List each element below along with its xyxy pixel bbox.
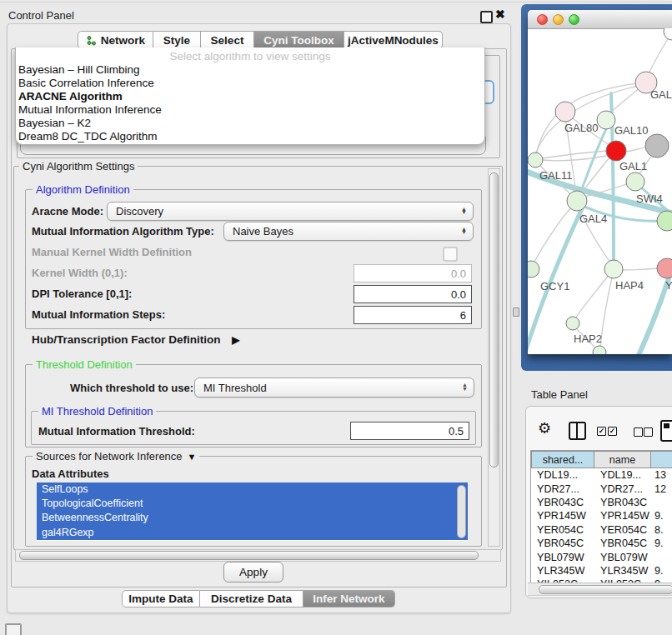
collapse-down-icon[interactable]: ▼ <box>188 451 197 463</box>
list-scrollbar[interactable] <box>456 484 466 539</box>
tab-cyni-toolbox[interactable]: Cyni Toolbox <box>254 31 344 49</box>
tab-infer-network[interactable]: Infer Network <box>303 590 395 608</box>
data-attribute-item[interactable]: SelfLoops <box>37 482 468 497</box>
column-header[interactable]: name <box>594 451 651 468</box>
table-cell[interactable]: 8. <box>651 524 672 536</box>
mi-threshold-field[interactable]: 0.5 <box>350 422 469 440</box>
table-cell[interactable]: 9. <box>651 565 672 577</box>
column-header[interactable]: shared... <box>531 451 594 468</box>
table-cell[interactable]: YBR043C <box>594 497 651 508</box>
network-node[interactable] <box>555 102 575 122</box>
select-all-check-icon[interactable]: ✓ <box>597 427 606 436</box>
table-cell[interactable]: YLR345W <box>531 565 594 577</box>
network-node[interactable] <box>604 260 623 278</box>
table-row[interactable]: YBR045CYBR045C9. <box>531 537 672 550</box>
network-edge[interactable] <box>647 35 670 77</box>
table-cell[interactable]: YPR145W <box>531 510 594 522</box>
tab-discretize-data[interactable]: Discretize Data <box>200 590 303 608</box>
network-edge[interactable] <box>600 278 612 346</box>
network-edge[interactable] <box>581 157 610 193</box>
network-edge[interactable] <box>579 129 606 195</box>
network-window-titlebar[interactable] <box>528 10 672 29</box>
splitter-grip[interactable] <box>513 308 519 317</box>
algorithm-option[interactable]: ARACNE Algorithm <box>16 90 484 103</box>
list-scrollbar-thumb[interactable] <box>457 485 466 538</box>
table-cell[interactable]: YLR345W <box>594 565 651 577</box>
settings-horizontal-scrollbar[interactable] <box>15 549 501 562</box>
table-row[interactable]: YPR145WYPR145W9. <box>531 509 672 522</box>
select-all-check-icon[interactable]: ✓ <box>608 427 617 436</box>
network-node[interactable] <box>645 134 669 158</box>
dpi-tolerance-field[interactable]: 0.0 <box>354 285 472 303</box>
settings-vertical-scrollbar[interactable] <box>488 168 500 547</box>
spinner-arrows-icon[interactable]: ▲▼ <box>461 228 467 235</box>
settings-vscroll-thumb[interactable] <box>489 172 499 468</box>
network-node[interactable] <box>664 28 672 40</box>
minimize-traffic-light-icon[interactable] <box>553 14 564 25</box>
network-node[interactable] <box>626 172 644 191</box>
table-cell[interactable]: YPR145W <box>594 510 651 522</box>
tab-network[interactable]: Network <box>78 31 153 49</box>
table-cell[interactable]: YDL19... <box>531 469 594 481</box>
table-row[interactable]: YBL079WYBL079W <box>531 550 672 563</box>
spinner-arrows-icon[interactable]: ▲▼ <box>461 208 467 215</box>
table-cell[interactable]: 9. <box>651 510 672 522</box>
tab-style[interactable]: Style <box>153 31 201 49</box>
network-canvas[interactable]: GALGAL80GAL10GAL1GAL11SWI4GAL4GCY1HAP4YH… <box>528 28 672 354</box>
table-cell[interactable]: YDL19... <box>594 469 651 481</box>
aracne-mode-combo[interactable]: Discovery ▲▼ <box>107 202 474 221</box>
network-edge[interactable] <box>576 275 609 318</box>
table-row[interactable]: YER054CYER054C8. <box>531 523 672 537</box>
tab-impute-data[interactable]: Impute Data <box>122 590 200 608</box>
table-cell[interactable]: YBL079W <box>531 552 594 563</box>
table-cell[interactable]: YBR045C <box>531 538 594 549</box>
table-cell[interactable]: YBR045C <box>594 538 651 549</box>
manual-kernel-checkbox[interactable] <box>443 247 458 262</box>
column-header[interactable]: A <box>651 451 672 468</box>
network-node[interactable] <box>597 111 615 129</box>
table-cell[interactable]: 9. <box>651 538 672 549</box>
network-node[interactable] <box>567 191 587 211</box>
spinner-arrows-icon[interactable]: ▲▼ <box>462 383 468 391</box>
algorithm-option[interactable]: Mutual Information Inference <box>16 103 484 117</box>
expand-right-icon[interactable]: ▶ <box>232 334 239 346</box>
gear-icon[interactable]: ⚙ <box>538 419 551 437</box>
close-traffic-light-icon[interactable] <box>537 14 548 25</box>
network-node[interactable] <box>606 141 626 161</box>
zoom-traffic-light-icon[interactable] <box>569 14 579 25</box>
data-attribute-item[interactable]: BetweennessCentrality <box>37 511 468 525</box>
table-cell[interactable]: YER054C <box>594 524 651 536</box>
deselect-check-icon[interactable] <box>634 428 643 437</box>
table-cell[interactable]: YDR27... <box>531 483 594 495</box>
table-row[interactable]: YLR345WYLR345W9. <box>531 564 672 578</box>
algorithm-option[interactable]: Basic Correlation Inference <box>16 77 484 90</box>
table-horizontal-scrollbar[interactable] <box>528 582 672 596</box>
close-icon[interactable]: ✖ <box>495 8 505 21</box>
network-node[interactable] <box>528 261 539 278</box>
float-window-icon[interactable] <box>480 11 493 23</box>
table-cell[interactable]: YBR043C <box>531 497 594 508</box>
tab-jactivemnodules[interactable]: jActiveMNodules <box>344 31 443 49</box>
algorithm-option[interactable]: Bayesian – K2 <box>16 117 484 130</box>
column-selector-icon[interactable] <box>569 422 586 440</box>
minimized-panel-icon[interactable] <box>5 623 22 635</box>
table-cell[interactable]: 13 <box>651 469 672 481</box>
table-cell[interactable]: YER054C <box>531 524 594 536</box>
table-cell[interactable]: YDR27... <box>594 483 651 495</box>
table-document-icon[interactable] <box>660 420 672 442</box>
data-attribute-item[interactable]: gal4RGexp <box>37 526 468 540</box>
kernel-width-field[interactable]: 0.0 <box>354 264 472 282</box>
data-attribute-item[interactable]: TopologicalCoefficient <box>37 497 468 511</box>
network-node[interactable] <box>657 211 672 231</box>
table-cell[interactable]: 12 <box>651 483 672 495</box>
apply-button[interactable]: Apply <box>223 562 283 582</box>
network-edge[interactable] <box>534 208 571 262</box>
hub-transcription-factor-section[interactable]: Hub/Transcription Factor Definition ▶ <box>32 333 240 346</box>
network-node[interactable] <box>657 258 672 278</box>
deselect-check-icon[interactable] <box>644 428 653 437</box>
table-hscroll-thumb[interactable] <box>539 585 672 594</box>
mi-algorithm-type-combo[interactable]: Naive Bayes ▲▼ <box>223 222 474 241</box>
table-row[interactable]: YDL19...YDL19...13 <box>531 468 672 482</box>
network-node[interactable] <box>566 317 579 330</box>
table-cell[interactable]: YBL079W <box>594 552 651 563</box>
